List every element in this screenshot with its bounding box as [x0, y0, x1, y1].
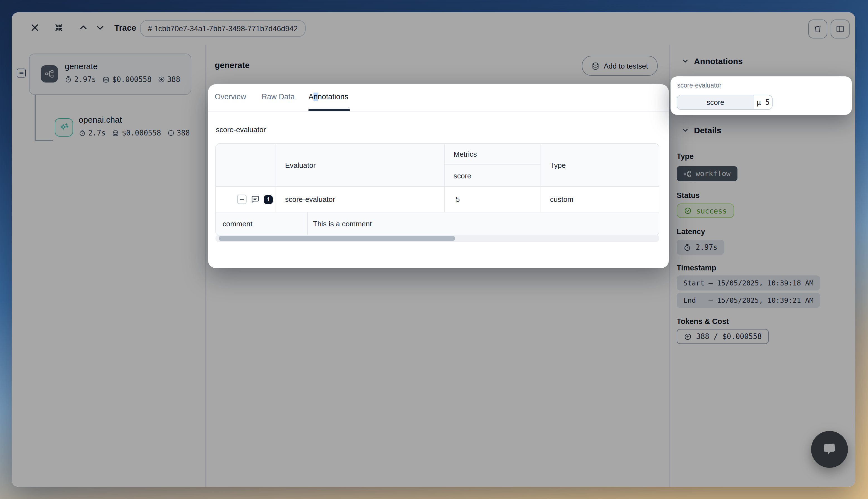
- node-metrics: 2.7s $0.000558 388: [79, 129, 190, 137]
- latency-label: Latency: [677, 228, 705, 236]
- chevron-up-icon[interactable]: [79, 23, 89, 33]
- chevron-down-icon: [682, 126, 689, 134]
- chat-bubble-icon: [821, 441, 838, 458]
- row-controls: 1: [216, 187, 276, 212]
- collapse-icon[interactable]: [54, 23, 64, 33]
- window-title: Trace: [114, 23, 136, 32]
- plus-circle-icon: [158, 76, 165, 83]
- comment-label: comment: [216, 212, 308, 235]
- header-cell-empty: [216, 144, 276, 186]
- delete-trace-button[interactable]: [808, 20, 827, 38]
- coins-icon: [102, 75, 110, 83]
- evaluator-table: Evaluator Metrics score Type 1: [215, 143, 659, 236]
- plus-circle-icon: [684, 332, 692, 340]
- check-circle-icon: [684, 207, 692, 215]
- span-title: generate: [215, 60, 250, 70]
- header-cell-type: Type: [541, 144, 659, 186]
- status-label: Status: [677, 191, 700, 199]
- trash-icon: [813, 25, 822, 34]
- tree-node-generate[interactable]: generate 2.97s $0.000558 388: [29, 53, 191, 95]
- collapse-row-button[interactable]: [237, 195, 246, 204]
- tab-bar: Overview Raw Data Annotations: [208, 84, 669, 111]
- stopwatch-icon: [65, 76, 72, 83]
- toggle-panel-button[interactable]: [831, 20, 849, 38]
- workflow-icon: [41, 65, 58, 83]
- sparkles-icon[interactable]: [55, 118, 73, 137]
- score-control: score μ 5: [677, 95, 773, 110]
- cell-evaluator: score-evaluator: [276, 187, 445, 212]
- evaluator-section-title: score-evaluator: [216, 125, 266, 134]
- tokens-cost-label: Tokens & Cost: [677, 317, 729, 326]
- comment-count-badge[interactable]: 1: [264, 195, 273, 204]
- left-panel-divider: [205, 45, 206, 487]
- timestamp-start-badge: Start – 15/05/2025, 10:39:18 AM: [677, 276, 820, 291]
- coins-icon: [112, 129, 120, 137]
- trace-window: Trace # 1cbb70e7-34a1-7bb7-3498-771b7d46…: [12, 12, 855, 487]
- trace-id: # 1cbb70e7-34a1-7bb7-3498-771b7d46d942: [148, 24, 298, 33]
- node-title: generate: [65, 61, 98, 71]
- text-selection-highlight: n: [314, 93, 318, 101]
- score-button[interactable]: score: [677, 95, 754, 109]
- add-to-testset-button[interactable]: Add to testset: [582, 56, 658, 76]
- header-cell-score: score: [445, 165, 541, 186]
- tokens-cost-badge: 388 / $0.000558: [677, 329, 769, 344]
- details-section-header[interactable]: Details: [682, 125, 721, 135]
- scrollbar-thumb[interactable]: [219, 236, 455, 241]
- add-to-testset-label: Add to testset: [604, 62, 648, 70]
- score-evaluator-popover: score-evaluator score μ 5: [671, 76, 852, 115]
- tab-annotations[interactable]: Annotations: [309, 93, 348, 101]
- stopwatch-icon: [683, 243, 691, 251]
- chevron-down-icon: [682, 58, 689, 65]
- right-panel-divider: [670, 45, 670, 487]
- workflow-icon: [683, 170, 691, 178]
- annotations-section-header[interactable]: Annotations: [682, 56, 743, 66]
- plus-circle-icon: [167, 129, 174, 137]
- trace-id-badge[interactable]: # 1cbb70e7-34a1-7bb7-3498-771b7d46d942: [140, 20, 306, 37]
- horizontal-scrollbar[interactable]: [215, 235, 659, 242]
- tab-overview[interactable]: Overview: [215, 93, 246, 101]
- desktop-wallpaper: Trace # 1cbb70e7-34a1-7bb7-3498-771b7d46…: [0, 0, 868, 499]
- tab-raw-data[interactable]: Raw Data: [262, 93, 295, 101]
- score-mean-stat: μ 5: [754, 95, 772, 109]
- cell-score: 5: [445, 187, 541, 212]
- tree-connector: [35, 140, 53, 141]
- comment-icon[interactable]: [251, 195, 260, 204]
- panel-layout-icon: [836, 25, 845, 34]
- header-cell-evaluator: Evaluator: [276, 144, 445, 186]
- table-row[interactable]: 1 score-evaluator 5 custom: [216, 187, 659, 212]
- chat-support-button[interactable]: [811, 431, 848, 468]
- cell-type: custom: [541, 187, 659, 212]
- timestamp-end-badge: End – 15/05/2025, 10:39:21 AM: [677, 293, 820, 308]
- tree-connector: [35, 95, 35, 140]
- type-badge: workflow: [677, 166, 737, 181]
- active-tab-underline: [309, 109, 350, 111]
- table-header: Evaluator Metrics score Type: [216, 144, 659, 187]
- type-label: Type: [677, 152, 694, 161]
- close-icon[interactable]: [30, 23, 40, 33]
- tree-node-openai-chat[interactable]: openai.chat: [79, 115, 122, 124]
- tree-collapse-toggle[interactable]: [17, 69, 26, 77]
- stopwatch-icon: [79, 129, 86, 137]
- annotations-card: Overview Raw Data Annotations score-eval…: [208, 84, 669, 268]
- chevron-down-icon[interactable]: [95, 23, 106, 33]
- comment-row: comment This is a comment: [216, 212, 659, 235]
- comment-value: This is a comment: [308, 212, 659, 235]
- popover-evaluator-label: score-evaluator: [677, 82, 722, 89]
- node-metrics: 2.97s $0.000558 388: [65, 75, 180, 84]
- latency-badge: 2.97s: [677, 240, 724, 255]
- database-icon: [592, 62, 600, 70]
- timestamp-label: Timestamp: [677, 264, 716, 272]
- status-badge: success: [677, 204, 734, 218]
- header-cell-metrics: Metrics score: [445, 144, 541, 186]
